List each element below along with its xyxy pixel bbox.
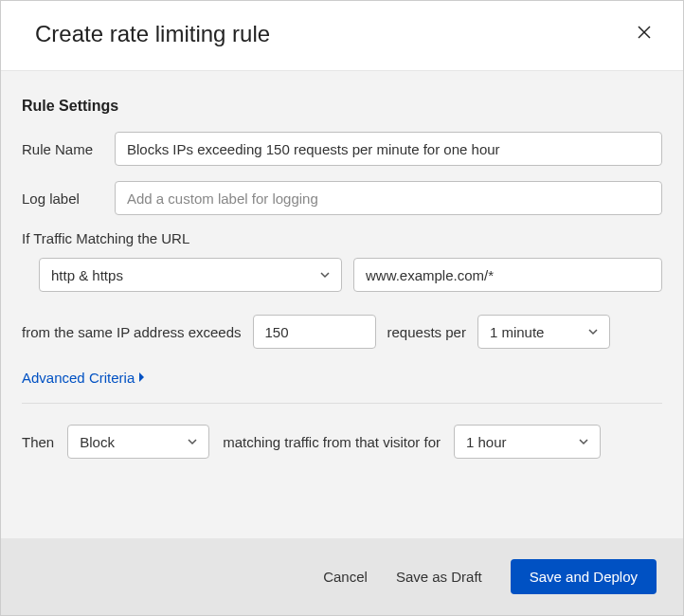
url-match-row: http & https	[22, 258, 662, 292]
request-count-input[interactable]	[253, 315, 376, 349]
traffic-matching-label: If Traffic Matching the URL	[22, 230, 662, 246]
chevron-down-icon	[588, 327, 598, 336]
rule-settings-heading: Rule Settings	[22, 98, 662, 115]
rule-name-row: Rule Name	[22, 132, 662, 166]
chevron-down-icon	[188, 437, 197, 446]
dialog-footer: Cancel Save as Draft Save and Deploy	[1, 538, 683, 615]
chevron-right-icon	[138, 370, 146, 386]
advanced-criteria-link[interactable]: Advanced Criteria	[22, 370, 146, 386]
close-icon	[636, 24, 653, 44]
log-label-label: Log label	[22, 190, 105, 207]
chevron-down-icon	[320, 270, 330, 280]
url-pattern-input[interactable]	[353, 258, 662, 292]
duration-select-value: 1 hour	[466, 434, 507, 450]
rule-name-input[interactable]	[115, 132, 662, 166]
cancel-button[interactable]: Cancel	[323, 569, 368, 585]
threshold-row: from the same IP address exceeds request…	[22, 315, 662, 349]
threshold-mid-text: requests per	[387, 324, 466, 340]
save-deploy-button[interactable]: Save and Deploy	[511, 559, 657, 594]
period-select-value: 1 minute	[490, 324, 545, 340]
threshold-prefix-text: from the same IP address exceeds	[22, 324, 242, 340]
dialog-title: Create rate limiting rule	[35, 21, 270, 47]
action-row: Then Block matching traffic from that vi…	[22, 425, 662, 459]
log-label-row: Log label	[22, 181, 662, 215]
duration-select[interactable]: 1 hour	[454, 425, 601, 459]
period-select[interactable]: 1 minute	[477, 315, 610, 349]
advanced-criteria-label: Advanced Criteria	[22, 370, 135, 386]
action-mid-text: matching traffic from that visitor for	[223, 434, 441, 450]
divider	[22, 403, 662, 404]
action-select-value: Block	[80, 434, 115, 450]
scheme-select[interactable]: http & https	[39, 258, 342, 292]
dialog-body: Rule Settings Rule Name Log label If Tra…	[1, 71, 683, 538]
then-label: Then	[22, 434, 54, 450]
chevron-down-icon	[579, 437, 588, 446]
dialog-header: Create rate limiting rule	[1, 1, 683, 71]
rule-name-label: Rule Name	[22, 141, 105, 157]
close-button[interactable]	[632, 20, 657, 47]
save-draft-button[interactable]: Save as Draft	[396, 569, 482, 585]
scheme-select-value: http & https	[51, 267, 123, 283]
create-rate-limit-dialog: Create rate limiting rule Rule Settings …	[0, 0, 684, 616]
log-label-input[interactable]	[115, 181, 662, 215]
action-select[interactable]: Block	[67, 425, 209, 459]
